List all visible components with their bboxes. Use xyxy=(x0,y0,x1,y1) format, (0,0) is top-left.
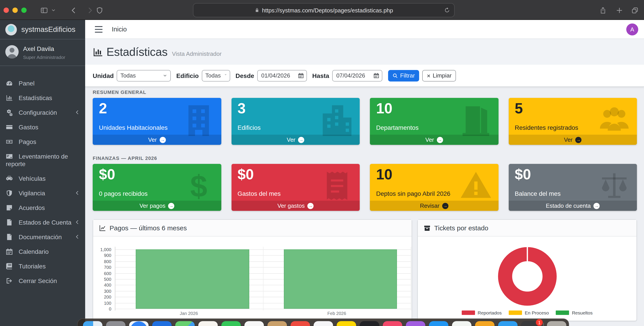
dock-app-safari[interactable] xyxy=(129,321,148,326)
sidebar-item-estadi-sticas[interactable]: Estadísticas xyxy=(0,91,85,105)
dock-app-app-black[interactable] xyxy=(360,321,379,326)
finanzas-card-0-pagos-recibidos[interactable]: $00 pagos recibidos$Ver pagos→ xyxy=(93,164,221,211)
brand[interactable]: systmasEdificios xyxy=(0,20,85,39)
sidebar-item-leventamiento-de-reporte[interactable]: Leventamiento de reporte xyxy=(0,149,85,171)
finanzas-card-balance-del-mes[interactable]: $0Balance del mesEstado de cuenta→ xyxy=(508,164,637,211)
section-heading-resumen: RESUMEN GENERAL xyxy=(93,89,637,95)
back-icon[interactable] xyxy=(69,5,78,15)
dock-app-notes[interactable] xyxy=(268,321,287,326)
card-action[interactable]: Ver→ xyxy=(508,135,637,145)
sidebar-toggle-icon[interactable] xyxy=(39,5,49,15)
url-bar[interactable]: https://systmas.com/Deptos/pages/estadis… xyxy=(193,3,454,17)
resumen-card-unidades-habitacionales[interactable]: 2Unidades HabitacionalesVer→ xyxy=(93,98,221,145)
resumen-card-departamentos[interactable]: 10DepartamentosVer→ xyxy=(370,98,498,145)
sidebar-item-acuerdos[interactable]: Acuerdos xyxy=(0,201,85,215)
y-axis-tick: 400 xyxy=(93,283,111,288)
sticky-note-icon xyxy=(6,204,14,211)
card-action[interactable]: Ver pagos→ xyxy=(93,201,221,211)
card-action[interactable]: Ver gastos→ xyxy=(231,201,360,211)
card-value: 10 xyxy=(370,98,498,117)
dock-app-app-orange[interactable] xyxy=(475,321,494,326)
donut[interactable] xyxy=(494,243,560,310)
dock-app-mail[interactable] xyxy=(152,321,172,326)
sidebar-item-vigilancia[interactable]: Vigilancia xyxy=(0,186,85,201)
url-text: https://systmas.com/Deptos/pages/estadis… xyxy=(262,7,393,13)
sidebar-item-calendario[interactable]: Calendario xyxy=(0,245,85,259)
resumen-card-edificios[interactable]: 3EdificiosVer→ xyxy=(231,98,360,145)
sidebar-item-label: Gastos xyxy=(19,124,38,131)
calendar-icon[interactable] xyxy=(374,72,379,78)
hamburger-icon[interactable] xyxy=(95,26,102,32)
dock-app-app-blue[interactable] xyxy=(498,321,518,326)
dock-app-launchpad[interactable] xyxy=(106,321,126,326)
sidebar-item-pagos[interactable]: Pagos xyxy=(0,135,85,149)
sidebar-item-estados-de-cuenta[interactable]: Estados de Cuenta xyxy=(0,215,85,230)
pagos-chart-canvas[interactable]: 01002003004005006007008009001,000Jan 202… xyxy=(93,237,412,321)
dock-app-downloads[interactable] xyxy=(547,321,566,326)
chart-bar-icon xyxy=(93,47,103,57)
dock-app-messages[interactable] xyxy=(221,321,241,326)
chevron-down-icon[interactable] xyxy=(50,5,56,15)
sidebar-item-label: Vehículas xyxy=(19,175,46,182)
window-close-button[interactable] xyxy=(4,7,9,13)
privacy-shield-icon[interactable] xyxy=(94,5,104,15)
hasta-field xyxy=(332,70,382,81)
finanzas-card-deptos-sin-pago-abril-2026[interactable]: 10Deptos sin pago Abril 2026Revisar→ xyxy=(370,164,498,211)
dock-app-xcode[interactable] xyxy=(452,321,472,326)
share-icon[interactable] xyxy=(598,5,608,15)
resumen-card-residentes-registrados[interactable]: 5Residentes registradosVer→ xyxy=(508,98,637,145)
dock-app-calendar[interactable] xyxy=(244,321,264,326)
dock-app-app-store[interactable] xyxy=(429,321,448,326)
dock-app-maps[interactable] xyxy=(175,321,195,326)
user-panel[interactable]: Axel Davila Super Administrador xyxy=(0,39,85,66)
tab-overview-icon[interactable] xyxy=(630,5,640,15)
dock-app-music[interactable] xyxy=(383,321,402,326)
sidebar-item-panel[interactable]: Panel xyxy=(0,76,85,91)
dock-app-app-yellow[interactable] xyxy=(337,321,356,326)
sidebar-item-vehi-culas[interactable]: Vehículas xyxy=(0,171,85,186)
card-value: 2 xyxy=(93,98,221,117)
dock-app-app-white[interactable] xyxy=(314,321,333,326)
nav-link-inicio[interactable]: Inicio xyxy=(112,26,127,33)
card-value: $0 xyxy=(93,164,221,183)
dock-app-photos[interactable] xyxy=(198,321,218,326)
dock-app-watch[interactable] xyxy=(290,321,310,326)
dock-app-mail-badge[interactable]: 1 xyxy=(521,321,541,326)
dock-app-podcasts[interactable] xyxy=(406,321,425,326)
tickets-chart-title: Tickets por estado xyxy=(434,224,488,232)
unidad-select[interactable]: Todas xyxy=(117,70,171,81)
sidebar-item-gastos[interactable]: Gastos xyxy=(0,120,85,135)
y-axis-tick: 100 xyxy=(93,301,111,305)
sidebar-item-configuracio-n[interactable]: Configuración xyxy=(0,105,85,120)
bar-jan-2026[interactable] xyxy=(136,249,249,309)
limpiar-button[interactable]: × Limpiar xyxy=(422,70,456,81)
calendar-icon[interactable] xyxy=(298,72,304,78)
sidebar-item-cerrar-secio-n[interactable]: Cerrar Seción xyxy=(0,274,85,288)
finanzas-card-gastos-del-mes[interactable]: $0Gastos del mesVer gastos→ xyxy=(231,164,360,211)
tickets-chart-canvas[interactable]: ReportadosEn ProcesoResueltos xyxy=(418,237,636,321)
card-action[interactable]: Ver→ xyxy=(370,135,498,145)
hasta-label: Hasta xyxy=(312,72,329,79)
forward-icon[interactable] xyxy=(85,5,94,15)
card-action[interactable]: Revisar→ xyxy=(370,201,498,211)
sidebar-item-tutoriales[interactable]: Tutoriales xyxy=(0,259,85,274)
filtrar-button[interactable]: Filtrar xyxy=(388,70,419,81)
main-area: Inicio A Estadísticas Vista Administrado… xyxy=(85,20,644,326)
card-label: Residentes registrados xyxy=(515,124,578,131)
card-action[interactable]: Estado de cuenta→ xyxy=(508,201,637,211)
window-minimize-button[interactable] xyxy=(12,7,18,13)
dock-app-finder[interactable] xyxy=(83,321,102,326)
sidebar-item-label: Calendario xyxy=(19,248,48,255)
card-action[interactable]: Ver→ xyxy=(231,135,360,145)
window-zoom-button[interactable] xyxy=(21,7,26,13)
new-tab-icon[interactable] xyxy=(614,5,624,15)
reload-icon[interactable] xyxy=(444,7,450,13)
sidebar-item-documentacio-n[interactable]: Documentación xyxy=(0,230,85,245)
card-value: 10 xyxy=(370,164,498,183)
navbar-avatar[interactable]: A xyxy=(626,23,638,35)
gridline-vertical xyxy=(411,247,411,311)
edificio-select[interactable]: Todas xyxy=(202,70,230,81)
bar-feb-2026[interactable] xyxy=(284,249,397,309)
arrow-circle-right-icon: → xyxy=(168,203,174,209)
card-action[interactable]: Ver→ xyxy=(93,135,221,145)
